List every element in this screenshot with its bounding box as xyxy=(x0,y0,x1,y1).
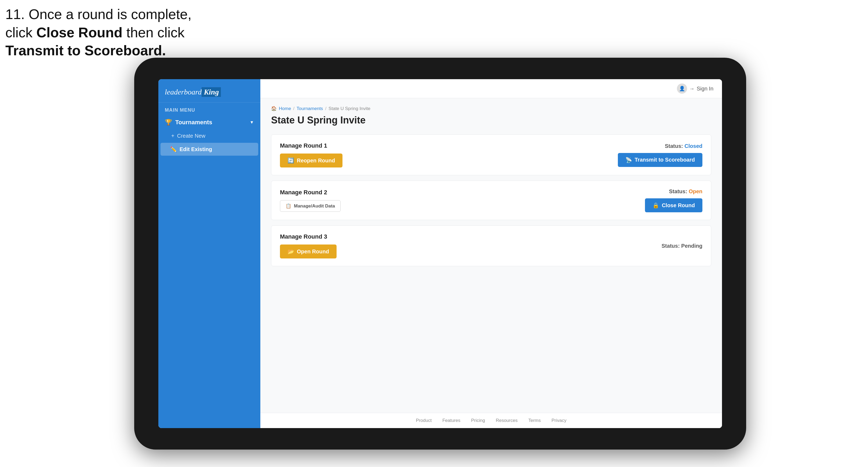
footer-resources[interactable]: Resources xyxy=(496,418,518,423)
sidebar-tournaments-label: Tournaments xyxy=(175,119,212,126)
round-3-section: Manage Round 3 📂 Open Round Status: Pend… xyxy=(271,225,711,266)
chevron-down-icon: ▼ xyxy=(250,120,254,125)
round-2-section: Manage Round 2 📋 Manage/Audit Data Statu… xyxy=(271,181,711,220)
round-1-section: Manage Round 1 🔄 Reopen Round Status: Cl… xyxy=(271,134,711,175)
trophy-icon: 🏆 xyxy=(165,119,172,126)
breadcrumb-sep-2: / xyxy=(325,106,327,112)
round-2-right: Status: Open 🔒 Close Round xyxy=(645,188,703,212)
sign-in-arrow-icon: → xyxy=(689,86,694,92)
sidebar-tournaments-item[interactable]: 🏆 Tournaments ▼ xyxy=(158,115,260,130)
user-avatar-icon: 👤 xyxy=(677,84,687,94)
open-round-label: Open Round xyxy=(297,249,329,255)
instruction-line1: 11. Once a round is complete, xyxy=(5,6,192,22)
footer-pricing[interactable]: Pricing xyxy=(471,418,485,423)
instruction-bold2: Transmit to Scoreboard. xyxy=(5,43,166,58)
breadcrumb-current: State U Spring Invite xyxy=(329,106,370,112)
sidebar-create-new-item[interactable]: + Create New xyxy=(158,130,260,142)
reopen-icon: 🔄 xyxy=(287,157,294,164)
footer-features[interactable]: Features xyxy=(442,418,460,423)
reopen-round-button[interactable]: 🔄 Reopen Round xyxy=(280,154,342,167)
close-round-button[interactable]: 🔒 Close Round xyxy=(645,198,703,212)
lock-icon: 🔒 xyxy=(652,202,659,209)
round-2-left: Manage Round 2 📋 Manage/Audit Data xyxy=(280,189,341,212)
home-icon: 🏠 xyxy=(271,106,277,112)
transmit-scoreboard-label: Transmit to Scoreboard xyxy=(635,157,695,163)
sidebar-logo: leaderboardKing xyxy=(158,79,260,102)
round-3-left: Manage Round 3 📂 Open Round xyxy=(280,233,337,258)
round-1-left: Manage Round 1 🔄 Reopen Round xyxy=(280,142,342,167)
round-3-right: Status: Pending xyxy=(661,243,703,249)
round-2-title: Manage Round 2 xyxy=(280,189,341,196)
audit-icon: 📋 xyxy=(286,203,291,209)
footer-terms[interactable]: Terms xyxy=(528,418,540,423)
edit-icon: ✏️ xyxy=(170,146,177,152)
transmit-icon: 📡 xyxy=(625,157,632,163)
tablet-frame: leaderboardKing MAIN MENU 🏆 Tournaments … xyxy=(134,58,746,449)
logo-leaderboard-text: leaderboard xyxy=(165,88,202,96)
instruction-line3: then click xyxy=(122,25,184,40)
close-round-label: Close Round xyxy=(662,203,695,209)
instruction-text: 11. Once a round is complete, click Clos… xyxy=(5,5,192,60)
breadcrumb-sep-1: / xyxy=(293,106,294,112)
tablet-screen: leaderboardKing MAIN MENU 🏆 Tournaments … xyxy=(158,79,722,428)
round-1-title: Manage Round 1 xyxy=(280,142,342,149)
plus-icon: + xyxy=(171,133,175,139)
content-area: 🏠 Home / Tournaments / State U Spring In… xyxy=(260,98,722,413)
footer-product[interactable]: Product xyxy=(416,418,432,423)
sidebar-edit-existing-label: Edit Existing xyxy=(180,146,212,152)
sign-in-button[interactable]: 👤 → Sign In xyxy=(677,84,713,94)
open-round-button[interactable]: 📂 Open Round xyxy=(280,245,337,258)
manage-audit-button[interactable]: 📋 Manage/Audit Data xyxy=(280,200,341,212)
round-1-status-value: Closed xyxy=(684,143,703,149)
instruction-line2: click xyxy=(5,25,36,40)
footer: Product Features Pricing Resources Terms… xyxy=(260,413,722,428)
open-icon: 📂 xyxy=(287,248,294,255)
round-1-status: Status: Closed xyxy=(665,143,703,149)
sidebar-edit-existing-item[interactable]: ✏️ Edit Existing xyxy=(160,143,258,156)
round-3-status-value: Pending xyxy=(681,243,703,249)
round-2-status-value: Open xyxy=(689,188,703,194)
sign-in-label: Sign In xyxy=(697,86,713,92)
breadcrumb: 🏠 Home / Tournaments / State U Spring In… xyxy=(271,106,711,112)
round-3-title: Manage Round 3 xyxy=(280,233,337,240)
breadcrumb-home[interactable]: Home xyxy=(279,106,291,112)
top-header: 👤 → Sign In xyxy=(260,79,722,98)
page-title: State U Spring Invite xyxy=(271,115,711,126)
round-1-right: Status: Closed 📡 Transmit to Scoreboard xyxy=(618,143,703,167)
round-2-status: Status: Open xyxy=(669,188,703,195)
round-3-status: Status: Pending xyxy=(661,243,703,249)
reopen-round-label: Reopen Round xyxy=(297,158,335,164)
main-content: 👤 → Sign In 🏠 Home / Tournaments / State… xyxy=(260,79,722,428)
breadcrumb-tournaments[interactable]: Tournaments xyxy=(297,106,323,112)
logo-king-text: King xyxy=(202,87,221,97)
sidebar-create-new-label: Create New xyxy=(177,133,206,139)
sidebar: leaderboardKing MAIN MENU 🏆 Tournaments … xyxy=(158,79,260,428)
footer-privacy[interactable]: Privacy xyxy=(552,418,566,423)
instruction-bold1: Close Round xyxy=(36,25,123,40)
manage-audit-label: Manage/Audit Data xyxy=(294,204,335,209)
main-menu-label: MAIN MENU xyxy=(158,102,260,115)
transmit-scoreboard-button[interactable]: 📡 Transmit to Scoreboard xyxy=(618,153,703,167)
